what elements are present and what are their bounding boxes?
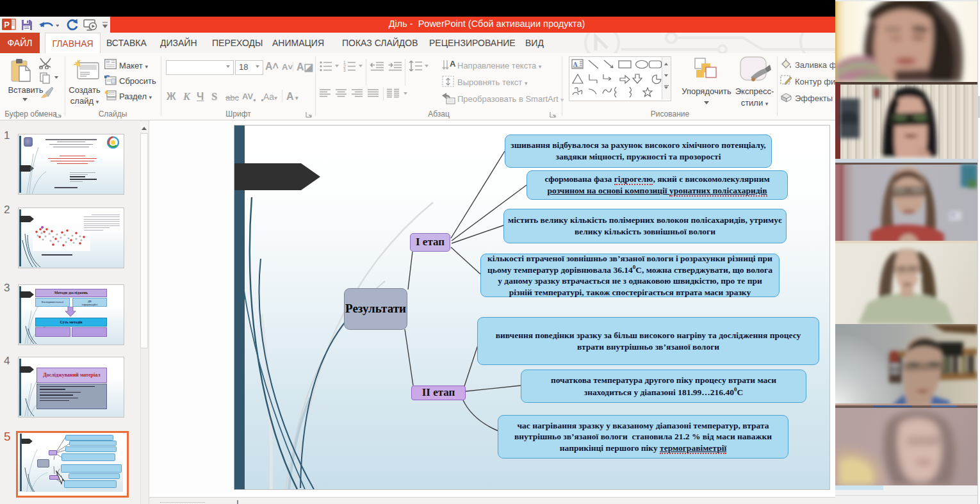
svg-text:P: P [4,20,10,29]
svg-text:A: A [450,59,456,69]
svg-text:3: 3 [343,68,346,72]
svg-text:A: A [573,61,578,68]
